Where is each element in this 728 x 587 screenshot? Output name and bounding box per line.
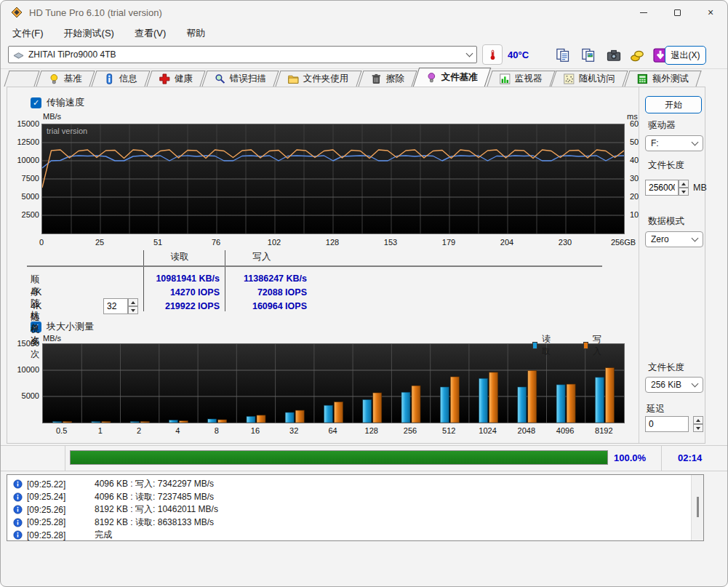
spin-down-icon[interactable] — [128, 306, 138, 314]
result-write-value: 11386247 KB/s — [220, 273, 307, 284]
coins-icon — [630, 48, 644, 63]
queue-depth-spinner[interactable] — [128, 298, 138, 314]
folder-icon — [288, 73, 299, 84]
temperature-button[interactable] — [482, 44, 503, 65]
close-button[interactable]: × — [694, 1, 727, 24]
log-panel: [09:25.22]4096 KB : 写入: 7342297 MB/s[09:… — [7, 474, 704, 541]
extra-grid-icon — [637, 73, 648, 84]
x-axis-tick: 16 — [239, 426, 271, 435]
legend-swatch — [583, 342, 588, 349]
menu-item[interactable]: 文件(F) — [11, 25, 45, 41]
spin-up-icon[interactable] — [128, 298, 138, 306]
x-axis-tick: 32 — [278, 426, 310, 435]
drive-select-value: F: — [651, 138, 659, 148]
copy-image-icon — [581, 48, 596, 63]
x-axis-tick: 256 — [394, 426, 426, 435]
minimize-icon — [640, 12, 647, 13]
y2-axis-tick: 60 — [630, 119, 652, 128]
random-dots-icon — [564, 73, 575, 84]
transfer-speed-chart: trial version — [41, 124, 625, 234]
x-axis-tick: 0.5 — [46, 426, 78, 435]
log-message: 4096 KB : 写入: 7342297 MB/s — [95, 478, 214, 490]
info-circle-icon — [13, 530, 23, 540]
scan-magnifier-icon — [215, 73, 225, 84]
tab-7[interactable]: 文件基准 — [412, 68, 490, 87]
menu-bar: 文件(F)开始测试(S)查看(V)帮助 — [1, 24, 727, 43]
exit-button[interactable]: 退出(X) — [665, 46, 706, 65]
x-axis-tick: 230 — [551, 238, 580, 247]
registration-button[interactable] — [628, 46, 647, 65]
spin-up-icon[interactable] — [693, 416, 703, 424]
log-entry: [09:25.24]4096 KB : 读取: 7237485 MB/s — [7, 491, 703, 503]
menu-item[interactable]: 查看(V) — [133, 25, 167, 41]
chevron-down-icon — [692, 138, 699, 145]
spin-down-icon[interactable] — [693, 424, 703, 432]
maximize-button[interactable] — [660, 1, 694, 24]
checkbox-check-icon: ✓ — [31, 97, 41, 108]
menu-item[interactable]: 开始测试(S) — [63, 25, 116, 41]
app-logo-icon — [11, 7, 23, 18]
copy-text-button[interactable] — [553, 46, 572, 65]
transfer-speed-checkbox[interactable]: ✓ 传输速度 — [31, 96, 84, 109]
result-row-label: 4K随机多次 — [31, 301, 41, 361]
result-read-value: 10981941 KB/s — [131, 273, 220, 284]
tab-1[interactable]: 基准 — [36, 71, 95, 87]
menu-item[interactable]: 帮助 — [185, 25, 207, 41]
tab-label: 擦除 — [385, 73, 404, 85]
drive-select[interactable]: F: — [645, 135, 703, 151]
queue-depth-input[interactable] — [103, 298, 128, 314]
spin-up-icon[interactable] — [679, 180, 689, 188]
monitor-bars-icon — [499, 73, 510, 84]
delay-input[interactable] — [645, 416, 689, 432]
tab-3[interactable]: 健康 — [146, 71, 205, 87]
bulb-yellow-icon — [49, 73, 60, 84]
y2-axis-tick: 50 — [630, 137, 652, 146]
screenshot-button[interactable] — [604, 46, 623, 65]
legend-swatch — [532, 342, 537, 349]
tab-label: 监视器 — [514, 73, 542, 85]
tab-10[interactable]: 额外测试 — [624, 71, 701, 87]
table-header-write: 写入 — [229, 251, 295, 263]
tab-6[interactable]: 擦除 — [358, 71, 417, 87]
info-badge-icon — [104, 73, 115, 84]
y-axis-tick: 15000 — [9, 119, 39, 128]
start-button[interactable]: 开始 — [645, 96, 702, 113]
x-axis-tick: 8192 — [588, 426, 620, 435]
minimize-button[interactable] — [627, 1, 660, 24]
app-window: HD Tune Pro 6.10 (trial version) × 文件(F)… — [0, 0, 728, 587]
x-axis-tick: 256GB — [603, 238, 644, 247]
tab-9[interactable]: 随机访问 — [551, 71, 628, 87]
progress-fill — [71, 451, 607, 464]
x-axis-tick: 204 — [492, 238, 521, 247]
tab-8[interactable]: 监视器 — [487, 71, 555, 87]
tab-5[interactable]: 文件夹使用 — [275, 71, 361, 87]
tab-label: 错误扫描 — [230, 73, 266, 85]
tab-2[interactable]: 信息 — [91, 71, 150, 87]
log-entry: [09:25.28]完成 — [7, 529, 703, 541]
copy-image-button[interactable] — [579, 46, 598, 65]
chevron-down-icon — [466, 49, 473, 57]
legend-read: 读取 — [532, 333, 553, 358]
window-title: HD Tune Pro 6.10 (trial version) — [29, 7, 162, 18]
file-length-label: 文件长度 — [648, 159, 684, 172]
drive-selector-value: ZHITAI TiPro9000 4TB — [28, 49, 116, 60]
thermometer-icon — [487, 49, 498, 60]
spin-down-icon[interactable] — [679, 188, 689, 196]
x-axis-tick: 0 — [27, 238, 56, 247]
log-timestamp: [09:25.26] — [27, 505, 65, 515]
table-header-read: 读取 — [147, 251, 212, 263]
x-axis-tick: 153 — [376, 238, 405, 247]
block-file-length-select[interactable]: 256 KiB — [645, 377, 703, 393]
x-axis-tick: 76 — [201, 238, 231, 247]
file-length-spinner[interactable] — [679, 180, 689, 196]
progress-bar — [70, 450, 608, 465]
delay-label: 延迟 — [647, 403, 665, 415]
result-read-value: 14270 IOPS — [131, 287, 220, 298]
delay-spinner[interactable] — [693, 416, 703, 432]
drive-selector[interactable]: ZHITAI TiPro9000 4TB — [8, 46, 477, 63]
tab-4[interactable]: 错误扫描 — [201, 71, 279, 87]
data-mode-select[interactable]: Zero — [645, 231, 703, 247]
chevron-down-icon — [692, 380, 699, 387]
log-timestamp: [09:25.22] — [27, 479, 65, 490]
log-timestamp: [09:25.28] — [27, 517, 65, 527]
